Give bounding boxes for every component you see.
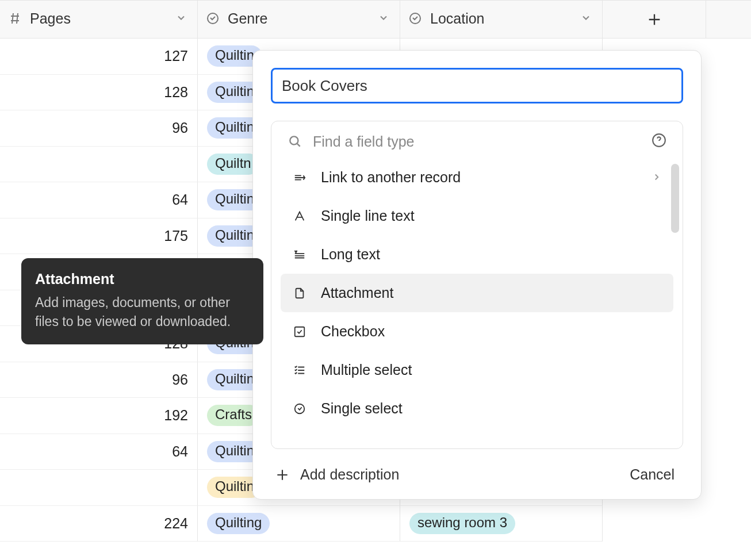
field-type-option[interactable]: Link to another record	[281, 158, 673, 197]
cancel-button[interactable]: Cancel	[630, 466, 675, 483]
column-end-header	[706, 1, 751, 39]
field-type-list: Link to another recordSingle line textLo…	[271, 121, 683, 449]
single-select-icon	[408, 11, 422, 25]
field-type-label: Single select	[321, 400, 403, 417]
genre-tag: Quilting	[207, 513, 270, 534]
column-header-pages[interactable]: Pages	[0, 1, 198, 39]
table-cell-pages[interactable]: 192	[0, 398, 198, 434]
field-type-option[interactable]: Single line text	[281, 197, 673, 235]
column-label: Location	[430, 10, 485, 27]
search-icon	[288, 134, 302, 149]
column-label: Genre	[228, 10, 267, 27]
field-type-search-input[interactable]	[313, 133, 641, 150]
genre-tag: Quiltn	[207, 154, 259, 175]
svg-point-5	[295, 404, 305, 413]
help-icon[interactable]	[652, 133, 666, 150]
field-type-label: Long text	[321, 246, 380, 263]
field-type-label: Multiple select	[321, 362, 412, 378]
scrollbar[interactable]	[671, 164, 679, 233]
table-cell-pages[interactable]: 64	[0, 434, 198, 470]
field-name-input[interactable]	[271, 68, 683, 103]
attach-icon	[292, 287, 307, 300]
table-cell-pages[interactable]: 64	[0, 182, 198, 218]
tooltip-title: Attachment	[35, 271, 250, 287]
text-icon	[292, 210, 307, 223]
field-type-option[interactable]: Checkbox	[281, 312, 673, 351]
column-header-genre[interactable]: Genre	[198, 1, 400, 39]
column-header-location[interactable]: Location	[400, 1, 603, 39]
create-field-popup: Link to another recordSingle line textLo…	[252, 50, 702, 500]
add-description-label: Add description	[300, 466, 399, 483]
svg-rect-4	[295, 327, 305, 336]
table-cell-pages[interactable]: 224	[0, 506, 198, 542]
table-cell-pages[interactable]: 175	[0, 218, 198, 255]
field-type-label: Checkbox	[321, 323, 385, 340]
table-cell-pages[interactable]: 96	[0, 110, 198, 147]
svg-point-2	[290, 136, 298, 144]
field-type-tooltip: Attachment Add images, documents, or oth…	[21, 258, 263, 344]
popup-footer: Add description Cancel	[253, 449, 701, 489]
field-type-label: Attachment	[321, 285, 393, 301]
field-type-option[interactable]: Multiple select	[281, 351, 673, 389]
field-type-option[interactable]: Long text	[281, 235, 673, 274]
table-cell-pages[interactable]	[0, 147, 198, 183]
multiselect-icon	[292, 364, 307, 377]
field-type-label: Link to another record	[321, 169, 461, 186]
table-cell-pages[interactable]	[0, 470, 198, 506]
field-type-search-row	[277, 129, 677, 158]
table-cell-pages[interactable]: 127	[0, 39, 198, 75]
longtext-icon	[292, 248, 307, 261]
single-select-icon	[206, 11, 220, 25]
add-field-button[interactable]	[603, 1, 706, 39]
checkbox-icon	[292, 325, 307, 338]
table-cell-genre[interactable]: Quilting	[198, 506, 400, 542]
column-end	[706, 1, 751, 542]
table-cell-location[interactable]: sewing room 3	[400, 506, 603, 542]
add-description-button[interactable]: Add description	[275, 466, 399, 483]
singleselect-icon	[292, 402, 307, 415]
field-type-option[interactable]: Attachment	[281, 274, 673, 312]
field-type-label: Single line text	[321, 208, 415, 224]
link-icon	[292, 171, 307, 184]
location-tag: sewing room 3	[409, 513, 515, 534]
number-icon	[8, 11, 22, 25]
chevron-down-icon[interactable]	[378, 10, 389, 27]
table-cell-pages[interactable]: 96	[0, 362, 198, 398]
column-label: Pages	[30, 10, 71, 27]
tooltip-description: Add images, documents, or other files to…	[35, 293, 250, 332]
chevron-down-icon[interactable]	[175, 10, 187, 27]
table-cell-pages[interactable]: 128	[0, 75, 198, 111]
chevron-right-icon	[652, 169, 662, 186]
field-type-option[interactable]: Single select	[281, 389, 673, 428]
chevron-down-icon[interactable]	[580, 10, 592, 27]
